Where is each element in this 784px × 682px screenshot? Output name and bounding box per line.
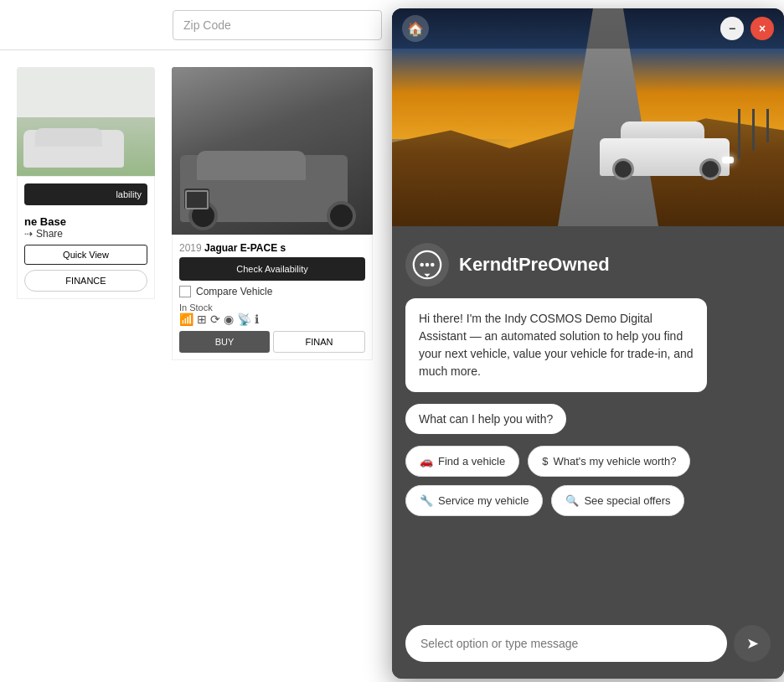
zip-code-input[interactable]: Zip Code — [173, 10, 382, 40]
chat-brand-name: KerndtPreOwned — [459, 254, 610, 276]
chat-welcome-bubble: Hi there! I'm the Indy COSMOS Demo Digit… — [405, 298, 707, 392]
vehicle-worth-label: What's my vehicle worth? — [553, 455, 676, 468]
card2-year-title: 2019 Jaguar E-PACE s — [179, 242, 365, 254]
find-vehicle-label: Find a vehicle — [438, 455, 505, 468]
svg-point-2 — [426, 263, 430, 267]
feature-icon-2: ⊞ — [197, 313, 207, 326]
close-icon: × — [759, 22, 766, 35]
bluetooth-icon: 📶 — [179, 313, 193, 326]
chat-logo-icon — [405, 243, 449, 287]
feature-icon-6: ℹ — [255, 313, 259, 326]
home-icon: 🏠 — [407, 21, 424, 37]
special-offers-label: See special offers — [584, 494, 670, 507]
car-wheel-left — [612, 158, 634, 180]
finance-btn-1[interactable]: FINANCE — [24, 270, 147, 292]
dollar-icon: $ — [542, 455, 548, 468]
card-2: 2019 Jaguar E-PACE s Check Availability … — [172, 67, 373, 360]
vehicle-worth-btn[interactable]: $ What's my vehicle worth? — [528, 446, 690, 477]
share-icon-1: ⇢ — [24, 228, 33, 240]
quick-reply-row: 🚗 Find a vehicle $ What's my vehicle wor… — [405, 446, 771, 516]
special-offers-btn[interactable]: 🔍 See special offers — [551, 485, 684, 516]
card-1: lability ne Base ⇢ Share Quick View FINA… — [17, 67, 155, 360]
in-stock-label: In Stock — [179, 302, 365, 313]
chat-controls: − × — [720, 17, 774, 40]
feature-icon-3: ⟳ — [210, 313, 220, 326]
chat-send-button[interactable]: ➤ — [734, 625, 771, 662]
buy-btn-2[interactable]: BUY — [179, 331, 270, 353]
chat-header-bar: 🏠 − × — [392, 8, 784, 49]
fence — [738, 109, 769, 159]
chat-minimize-button[interactable]: − — [720, 17, 744, 40]
wifi-icon: 📡 — [237, 313, 251, 326]
card1-title: ne Base — [24, 215, 147, 228]
hero-car — [600, 117, 734, 176]
compare-checkbox-2[interactable] — [179, 286, 191, 297]
chat-prompt-bubble: What can I help you with? — [405, 404, 566, 434]
find-vehicle-btn[interactable]: 🚗 Find a vehicle — [405, 446, 519, 477]
service-vehicle-label: Service my vehicle — [438, 494, 529, 507]
bottom-btn-row: BUY FINAN — [179, 331, 365, 353]
chat-prompt-area: What can I help you with? — [405, 404, 771, 434]
wrench-icon: 🔧 — [420, 494, 433, 507]
chat-logo-svg — [412, 250, 442, 280]
svg-point-3 — [431, 263, 435, 267]
finance-btn-2[interactable]: FINAN — [273, 331, 365, 353]
service-vehicle-btn[interactable]: 🔧 Service my vehicle — [405, 485, 543, 516]
check-availability-btn-2[interactable]: Check Availability — [179, 257, 365, 281]
quick-view-btn-1[interactable]: Quick View — [24, 245, 147, 265]
feature-icons: 📶 ⊞ ⟳ ◉ 📡 ℹ — [179, 313, 365, 326]
welcome-message-text: Hi there! I'm the Indy COSMOS Demo Digit… — [419, 312, 694, 378]
send-icon: ➤ — [746, 634, 759, 653]
chat-input-area: ➤ — [392, 615, 784, 679]
chatbot-overlay: 🏠 − × — [392, 8, 784, 679]
prompt-message-text: What can I help you with? — [419, 412, 553, 426]
compare-row-2: Compare Vehicle — [179, 286, 365, 297]
minimize-icon: − — [729, 22, 735, 35]
check-availability-btn-1[interactable]: lability — [24, 183, 147, 205]
zip-placeholder: Zip Code — [183, 18, 231, 32]
chat-home-button[interactable]: 🏠 — [402, 15, 429, 42]
feature-icon-4: ◉ — [224, 313, 234, 326]
car-wheel-right — [699, 158, 721, 180]
chat-message-input[interactable] — [405, 625, 727, 662]
search-icon: 🔍 — [565, 494, 579, 507]
chat-logo-area: KerndtPreOwned — [405, 243, 771, 287]
car-headlight — [722, 157, 734, 163]
chat-close-button[interactable]: × — [750, 17, 774, 40]
chat-body: KerndtPreOwned Hi there! I'm the Indy CO… — [392, 226, 784, 615]
svg-point-1 — [420, 263, 424, 267]
share-row-1: ⇢ Share — [24, 228, 147, 240]
car-icon: 🚗 — [420, 455, 433, 468]
